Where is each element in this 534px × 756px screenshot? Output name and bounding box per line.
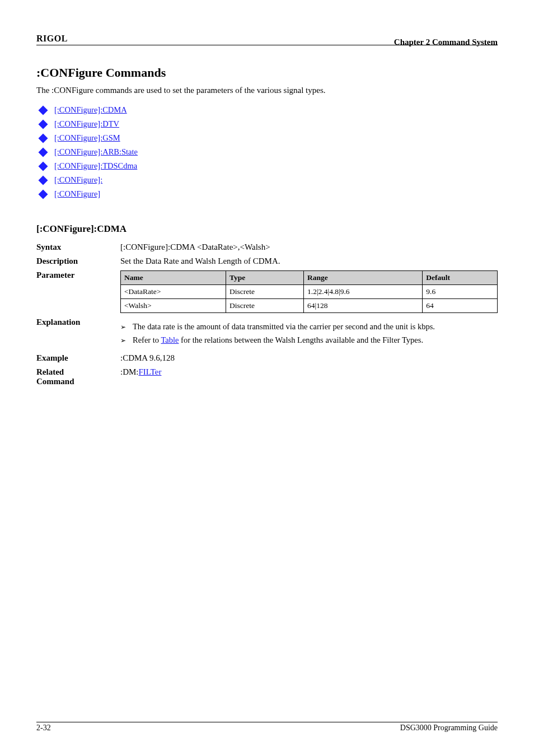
command-link-row: [:CONFigure]:TDSCdma — [40, 161, 498, 171]
table-cell: 64 — [423, 299, 498, 313]
command-link-row: [:CONFigure]:DTV — [40, 119, 498, 129]
explanation-text: Refer to Table for the relations between… — [133, 335, 498, 345]
example-label: Example — [36, 353, 120, 363]
bullet-icon — [39, 161, 48, 171]
command-link[interactable]: [:CONFigure]:TDSCdma — [54, 161, 137, 171]
syntax-label: Syntax — [36, 242, 120, 252]
command-link-row: [:CONFigure] — [40, 189, 498, 199]
bullet-icon — [39, 133, 48, 143]
explanation-label: Explanation — [36, 318, 120, 349]
bullet-icon — [39, 105, 48, 115]
table-header: Default — [423, 271, 498, 285]
explanation-item: ➢Refer to Table for the relations betwee… — [120, 335, 498, 346]
table-cell: <DataRate> — [121, 285, 226, 299]
command-link[interactable]: [:CONFigure]:ARB:State — [54, 147, 138, 157]
table-header: Type — [226, 271, 304, 285]
command-link-row: [:CONFigure]: — [40, 175, 498, 185]
explanation-item: ➢The data rate is the amount of data tra… — [120, 322, 498, 332]
footer-page-number: 2-32 — [36, 724, 51, 732]
table-cell: 64|128 — [304, 299, 423, 313]
table-row: <Walsh>Discrete64|12864 — [121, 299, 498, 313]
related-prefix: :DM: — [120, 367, 139, 376]
table-cell: 9.6 — [423, 285, 498, 299]
explanation-text: The data rate is the amount of data tran… — [133, 322, 498, 332]
bullet-icon — [39, 119, 48, 129]
example-value: :CDMA 9.6,128 — [120, 353, 175, 363]
command-link-row: [:CONFigure]:CDMA — [40, 105, 498, 115]
command-link-row: [:CONFigure]:GSM — [40, 133, 498, 143]
related-label: Related Command — [36, 367, 120, 386]
table-cell: <Walsh> — [121, 299, 226, 313]
bullet-arrow-icon: ➢ — [120, 335, 126, 346]
footer-doc-title: DSG3000 Programming Guide — [400, 724, 498, 732]
page-title: :CONFigure Commands — [36, 66, 498, 80]
bullet-icon — [39, 147, 48, 157]
table-row: <DataRate>Discrete1.2|2.4|4.8|9.69.6 — [121, 285, 498, 299]
related-link[interactable]: FILTer — [139, 367, 162, 376]
command-link-row: [:CONFigure]:ARB:State — [40, 147, 498, 157]
table-cell: 1.2|2.4|4.8|9.6 — [304, 285, 423, 299]
inline-link[interactable]: Table — [161, 335, 179, 344]
parameter-table: NameTypeRangeDefault <DataRate>Discrete1… — [120, 270, 498, 313]
bullet-icon — [39, 175, 48, 185]
table-cell: Discrete — [226, 285, 304, 299]
command-link[interactable]: [:CONFigure]: — [54, 175, 102, 185]
table-header: Range — [304, 271, 423, 285]
bullet-icon — [39, 189, 48, 199]
table-header: Name — [121, 271, 226, 285]
command-link[interactable]: [:CONFigure]:GSM — [54, 133, 120, 143]
brand: RIGOL — [36, 34, 68, 43]
command-link[interactable]: [:CONFigure]:CDMA — [54, 105, 127, 115]
chapter-label: Chapter 2 Command System — [394, 38, 498, 47]
description-label: Description — [36, 256, 120, 266]
description-text: Set the Data Rate and Walsh Length of CD… — [120, 256, 280, 266]
syntax-value: [:CONFigure]:CDMA <DataRate>,<Walsh> — [120, 242, 270, 252]
table-cell: Discrete — [226, 299, 304, 313]
section-title: [:CONFigure]:CDMA — [36, 223, 498, 235]
command-link-list: [:CONFigure]:CDMA[:CONFigure]:DTV[:CONFi… — [40, 105, 498, 199]
parameter-label: Parameter — [36, 270, 120, 313]
bullet-arrow-icon: ➢ — [120, 322, 126, 332]
command-link[interactable]: [:CONFigure] — [54, 189, 100, 199]
command-link[interactable]: [:CONFigure]:DTV — [54, 119, 119, 129]
intro-text: The :CONFigure commands are used to set … — [36, 86, 498, 95]
